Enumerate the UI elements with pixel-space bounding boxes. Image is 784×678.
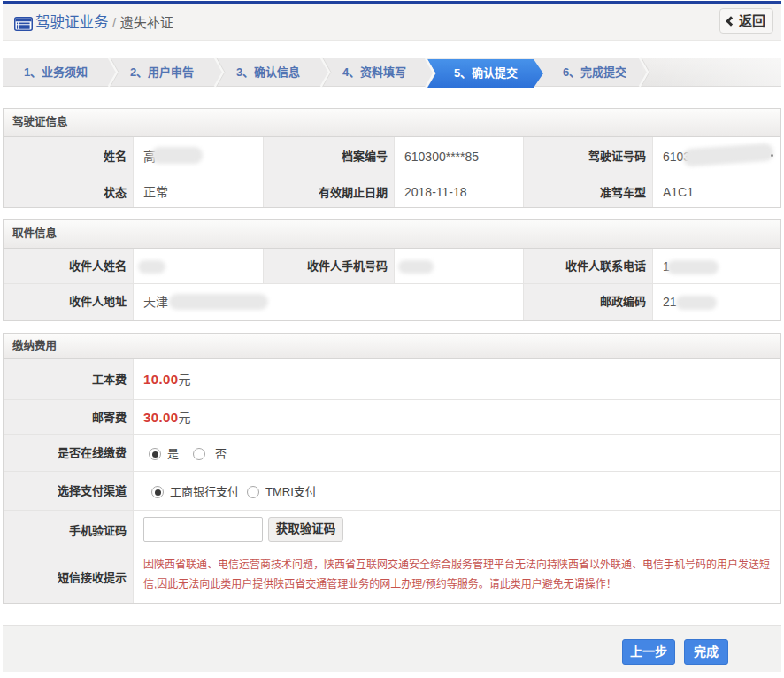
svg-text:1、业务须知: 1、业务须知	[24, 65, 88, 79]
svg-text:3、确认信息: 3、确认信息	[236, 65, 300, 79]
svg-text:6、完成提交: 6、完成提交	[563, 65, 626, 79]
svg-text:5、确认提交: 5、确认提交	[454, 66, 518, 80]
svg-text:4、资料填写: 4、资料填写	[342, 65, 406, 79]
svg-text:2、用户申告: 2、用户申告	[130, 65, 194, 79]
